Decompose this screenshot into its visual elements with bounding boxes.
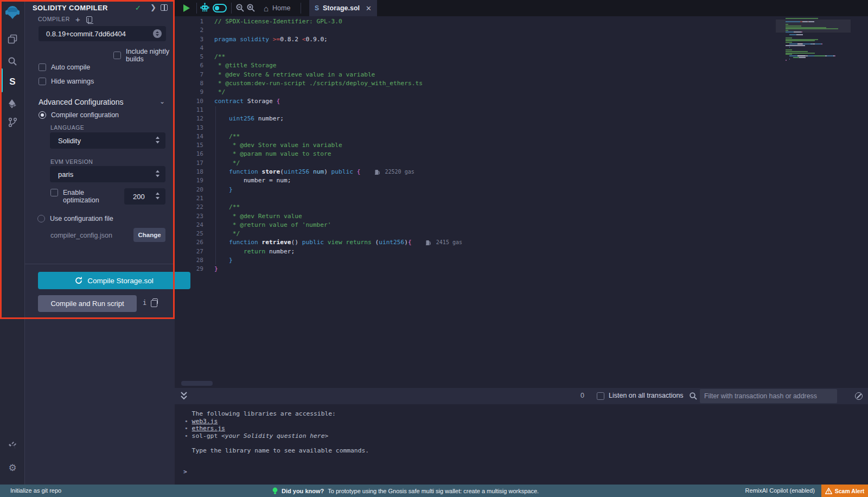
code-line[interactable]: * @return value of 'number'	[214, 221, 462, 230]
code-line[interactable]: * @param num value to store	[214, 150, 462, 158]
code-line[interactable]: */	[214, 88, 462, 97]
use-config-file-radio[interactable]	[37, 215, 45, 222]
code-line[interactable]: pragma solidity >=0.8.2 <0.9.0;	[214, 35, 462, 44]
ai-copilot-robot-icon[interactable]	[200, 3, 210, 15]
code-line[interactable]: * @dev Return value	[214, 212, 462, 221]
code-line[interactable]: /**	[214, 203, 462, 212]
code-line[interactable]: */	[214, 159, 462, 168]
code-line[interactable]: function retrieve() public view returns …	[214, 238, 462, 247]
search-icon[interactable]	[0, 52, 25, 71]
compile-button[interactable]: Compile Storage.sol	[38, 272, 190, 289]
plugin-manager-icon[interactable]	[0, 437, 25, 455]
horizontal-scrollbar[interactable]	[181, 381, 213, 386]
use-config-file-label: Use configuration file	[50, 215, 113, 222]
auto-compile-checkbox[interactable]	[39, 63, 46, 71]
copilot-status[interactable]: RemixAI Copilot (enabled)	[745, 487, 815, 494]
scam-alert-badge[interactable]: Scam Alert	[821, 485, 868, 497]
code-token	[214, 186, 229, 193]
language-select[interactable]: Solidity	[50, 132, 165, 149]
terminal-search-icon[interactable]	[689, 392, 698, 403]
code-line[interactable]: * @dev Store value in variable	[214, 141, 462, 150]
minimap-line	[786, 28, 838, 29]
change-config-button[interactable]: Change	[133, 228, 165, 242]
code-line[interactable]: }	[214, 186, 462, 194]
terminal[interactable]: The following libraries are accessible:•…	[175, 404, 868, 485]
nightly-builds-checkbox[interactable]	[113, 52, 121, 59]
tip-text: To prototype using the Gnosis safe multi…	[328, 488, 539, 494]
code-line[interactable]: }	[214, 265, 462, 273]
close-tab-icon[interactable]: ✕	[366, 4, 372, 12]
terminal-line: • sol-gpt <your Solidity question here>	[184, 432, 369, 440]
code-line[interactable]	[214, 106, 462, 114]
copy-icon[interactable]	[152, 298, 158, 304]
copilot-toggle[interactable]	[213, 4, 227, 12]
library-link[interactable]: web3.js	[192, 418, 218, 425]
code-line[interactable]: */	[214, 230, 462, 238]
code-line[interactable]	[214, 194, 462, 203]
select-spinner-icon	[153, 29, 162, 38]
code-token: * @dev Store value in variable	[214, 142, 342, 149]
code-line[interactable]: /**	[214, 53, 462, 61]
code-token: )	[324, 168, 331, 175]
code-line[interactable]: contract Storage {	[214, 97, 462, 106]
settings-gear-icon[interactable]: ⚙	[0, 458, 25, 477]
listen-all-checkbox[interactable]	[597, 392, 604, 400]
code-line[interactable]: }	[214, 256, 462, 265]
file-explorer-icon[interactable]	[0, 30, 25, 48]
git-icon[interactable]	[0, 113, 25, 131]
enable-optimization-checkbox[interactable]	[50, 189, 58, 196]
code-token	[214, 168, 229, 175]
minimap[interactable]	[786, 18, 838, 61]
line-number: 28	[175, 256, 203, 265]
compiler-config-radio[interactable]	[39, 111, 46, 119]
minimap-line	[786, 30, 838, 31]
terminal-header: 0 Listen on all transactions	[175, 388, 868, 404]
code-line[interactable]	[214, 124, 462, 132]
transaction-filter-input[interactable]	[700, 389, 837, 403]
code-line[interactable]: return number;	[214, 247, 462, 256]
code-line[interactable]: * @title Storage	[214, 61, 462, 70]
code-pane[interactable]: // SPDX-License-Identifier: GPL-3.0pragm…	[214, 17, 462, 274]
section-divider	[25, 264, 175, 264]
code-line[interactable]	[214, 26, 462, 35]
library-link[interactable]: ethers.js	[192, 425, 225, 432]
optimization-runs-input[interactable]: 200	[124, 188, 165, 205]
tab-home[interactable]: ⌂ Home	[257, 0, 297, 16]
solidity-compiler-icon[interactable]: S	[0, 73, 25, 91]
code-line[interactable]	[214, 44, 462, 53]
hide-warnings-checkbox[interactable]	[39, 78, 46, 85]
open-compiler-file-icon[interactable]	[86, 16, 92, 23]
evm-version-select[interactable]: paris	[50, 166, 165, 182]
collapse-terminal-icon[interactable]	[180, 391, 188, 403]
code-line[interactable]: * @dev Store & retrieve value in a varia…	[214, 71, 462, 79]
deploy-run-icon[interactable]	[0, 94, 25, 113]
code-line[interactable]: /**	[214, 132, 462, 141]
chevron-down-icon[interactable]: ⌄	[159, 98, 165, 105]
zoom-in-icon[interactable]	[246, 3, 256, 15]
compile-button-label: Compile Storage.sol	[87, 277, 154, 285]
code-line[interactable]: * @custom:dev-run-script ./scripts/deplo…	[214, 79, 462, 88]
compiler-version-select[interactable]: 0.8.19+commit.7dd6d404	[39, 26, 166, 41]
code-line[interactable]: uint256 number;	[214, 114, 462, 123]
git-init-status[interactable]: Initialize as git repo	[10, 487, 61, 494]
clear-console-icon[interactable]	[855, 392, 863, 400]
info-icon[interactable]: i	[143, 299, 146, 307]
add-compiler-icon[interactable]: +	[75, 15, 80, 24]
remix-logo-icon[interactable]	[0, 3, 25, 22]
code-token: contract	[214, 98, 247, 105]
terminal-prompt[interactable]: >	[183, 468, 187, 475]
evm-version-label: EVM VERSION	[50, 158, 93, 165]
advanced-configurations-heading[interactable]: Advanced Configurations	[39, 98, 123, 106]
compile-and-run-button[interactable]: Compile and Run script	[38, 295, 137, 312]
code-token: {	[357, 168, 361, 175]
code-line[interactable]: // SPDX-License-Identifier: GPL-3.0	[214, 17, 462, 26]
code-line[interactable]: number = num;	[214, 176, 462, 185]
tab-storage-sol[interactable]: S Storage.sol ✕	[309, 0, 377, 16]
pin-panel-icon[interactable]	[161, 4, 168, 11]
runs-value: 200	[133, 193, 145, 201]
zoom-out-icon[interactable]	[235, 3, 245, 15]
code-line[interactable]: function store(uint256 num) public { 225…	[214, 168, 462, 176]
chevron-right-icon[interactable]: ❯	[150, 3, 156, 11]
code-editor[interactable]: 1234567891011121314151617181920212223242…	[175, 16, 868, 388]
run-script-play-button[interactable]	[183, 4, 190, 12]
